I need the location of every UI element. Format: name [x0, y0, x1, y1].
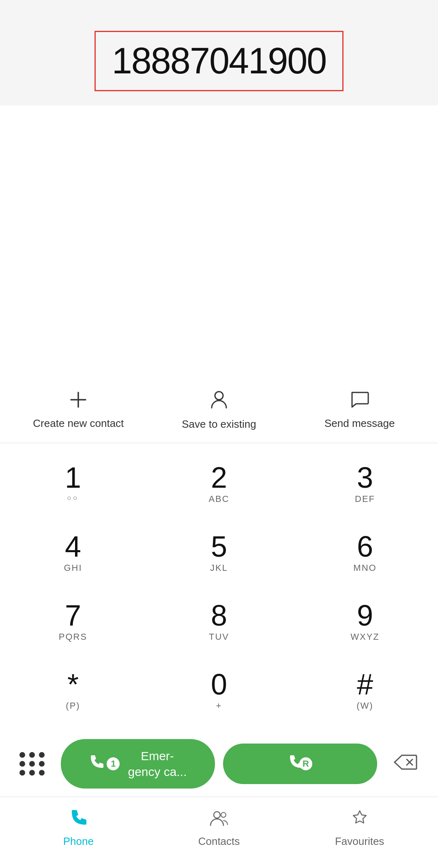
dial-key-hash[interactable]: # (W) [300, 658, 430, 723]
dial-key-4[interactable]: 4 GHI [8, 520, 138, 585]
nav-item-favourites[interactable]: Favourites [289, 809, 430, 848]
nav-item-contacts[interactable]: Contacts [149, 809, 290, 848]
dial-main-3: 3 [357, 463, 373, 492]
emergency-badge: 1 [107, 757, 120, 770]
phone-number-text: 18887041900 [112, 41, 326, 81]
dial-main-9: 9 [357, 601, 373, 630]
save-to-existing-label: Save to existing [182, 418, 256, 431]
send-message-button[interactable]: Send message [289, 391, 430, 430]
dial-sub-6: MNO [353, 563, 376, 573]
dial-sub-star: (P) [66, 701, 80, 711]
phone-display: 18887041900 [0, 0, 438, 105]
svg-point-6 [221, 812, 226, 817]
dial-sub-1: ○○ [67, 494, 79, 504]
dial-sub-hash: (W) [356, 701, 373, 711]
dial-key-7[interactable]: 7 PQRS [8, 589, 138, 654]
dial-main-8: 8 [211, 601, 227, 630]
dial-sub-8: TUV [209, 632, 229, 642]
dialpad-row-1: 1 ○○ 2 ABC 3 DEF [0, 451, 438, 516]
dial-sub-2: ABC [208, 494, 229, 504]
action-row: Create new contact Save to existing Send… [0, 375, 438, 443]
save-to-existing-button[interactable]: Save to existing [149, 390, 290, 431]
dial-key-9[interactable]: 9 WXYZ [300, 589, 430, 654]
dialpad-row-4: * (P) 0 + # (W) [0, 658, 438, 723]
phone-number-box: 18887041900 [94, 31, 344, 91]
dial-key-2[interactable]: 2 ABC [154, 451, 284, 516]
dial-sub-4: GHI [64, 563, 82, 573]
backspace-icon [394, 753, 417, 775]
dialpad-row-3: 7 PQRS 8 TUV 9 WXYZ [0, 589, 438, 654]
nav-label-favourites: Favourites [335, 835, 384, 848]
dial-main-6: 6 [357, 532, 373, 561]
nav-item-phone[interactable]: Phone [8, 809, 149, 848]
contacts-nav-icon [209, 809, 229, 831]
dial-main-0: 0 [211, 670, 227, 699]
dialpad-row-2: 4 GHI 5 JKL 6 MNO [0, 520, 438, 585]
dial-key-star[interactable]: * (P) [8, 658, 138, 723]
dial-main-1: 1 [65, 463, 81, 492]
send-message-label: Send message [324, 417, 395, 430]
dial-sub-7: PQRS [59, 632, 87, 642]
star-nav-icon [350, 809, 369, 831]
dial-key-6[interactable]: 6 MNO [300, 520, 430, 585]
phone-nav-icon [69, 809, 87, 831]
bottom-action-row: 1 Emer- gency ca... R [0, 731, 438, 797]
spacer-area [0, 105, 438, 375]
person-icon [210, 390, 228, 412]
create-new-contact-label: Create new contact [33, 417, 124, 430]
create-new-contact-button[interactable]: Create new contact [8, 391, 149, 430]
dial-sub-9: WXYZ [350, 632, 380, 642]
svg-point-5 [214, 812, 220, 818]
nav-label-phone: Phone [63, 835, 94, 848]
dial-sub-5: JKL [210, 563, 228, 573]
dial-main-5: 5 [211, 532, 227, 561]
dial-key-8[interactable]: 8 TUV [154, 589, 284, 654]
emergency-call-button[interactable]: 1 Emer- gency ca... [61, 739, 215, 789]
dial-sub-0: + [216, 701, 222, 711]
call-button[interactable]: R [223, 744, 377, 784]
dial-main-hash: # [357, 670, 373, 699]
emergency-call-label: Emer- gency ca... [128, 748, 187, 780]
nav-label-contacts: Contacts [198, 835, 240, 848]
dial-main-7: 7 [65, 601, 81, 630]
dialpad-toggle-button[interactable] [12, 752, 53, 776]
backspace-button[interactable] [385, 753, 426, 775]
bottom-nav: Phone Contacts Favourites [0, 797, 438, 868]
dial-key-1[interactable]: 1 ○○ [8, 451, 138, 516]
call-badge: R [299, 757, 312, 770]
dial-main-star: * [67, 670, 79, 699]
dial-main-2: 2 [211, 463, 227, 492]
dialpad: 1 ○○ 2 ABC 3 DEF 4 GHI 5 JKL 6 MNO 7 PQR… [0, 443, 438, 731]
dial-sub-3: DEF [355, 494, 375, 504]
emergency-call-phone-icon [89, 754, 104, 774]
plus-icon [69, 391, 87, 411]
dial-key-3[interactable]: 3 DEF [300, 451, 430, 516]
chat-icon [350, 391, 369, 411]
dots-grid-icon [19, 752, 45, 776]
dial-main-4: 4 [65, 532, 81, 561]
svg-point-2 [215, 392, 223, 400]
dial-key-0[interactable]: 0 + [154, 658, 284, 723]
dial-key-5[interactable]: 5 JKL [154, 520, 284, 585]
